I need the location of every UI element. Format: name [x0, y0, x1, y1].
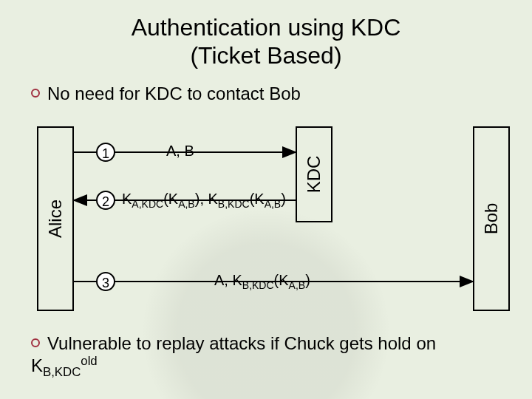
- bullet-1-text: No need for KDC to contact Bob: [47, 83, 301, 103]
- bullet-no-need: No need for KDC to contact Bob: [31, 83, 532, 104]
- title-line-2: (Ticket Based): [190, 42, 341, 69]
- step-3-label: A, KB,KDC(KA,B): [214, 272, 310, 291]
- bullet-vulnerable: Vulnerable to replay attacks if Chuck ge…: [31, 333, 501, 380]
- bullet-marker-icon: [31, 89, 40, 98]
- bullet-2-key: KB,KDCold: [31, 355, 98, 375]
- bullet-marker-icon: [31, 338, 40, 347]
- slide-title: Authentication using KDC (Ticket Based): [0, 0, 532, 70]
- step-1-number: 1: [96, 143, 115, 162]
- step-2-label: KA,KDC(KA,B), KB,KDC(KA,B): [122, 191, 286, 210]
- sequence-diagram: Alice KDC Bob 1 2 3 A, B KA,KDC(KA,: [0, 126, 532, 318]
- step-2-number: 2: [96, 191, 115, 210]
- step-3-number: 3: [96, 272, 115, 291]
- step-1-label: A, B: [166, 143, 194, 160]
- slide: Authentication using KDC (Ticket Based) …: [0, 0, 532, 399]
- title-line-1: Authentication using KDC: [132, 14, 401, 41]
- bullet-2-prefix: Vulnerable to replay attacks if Chuck ge…: [47, 333, 436, 353]
